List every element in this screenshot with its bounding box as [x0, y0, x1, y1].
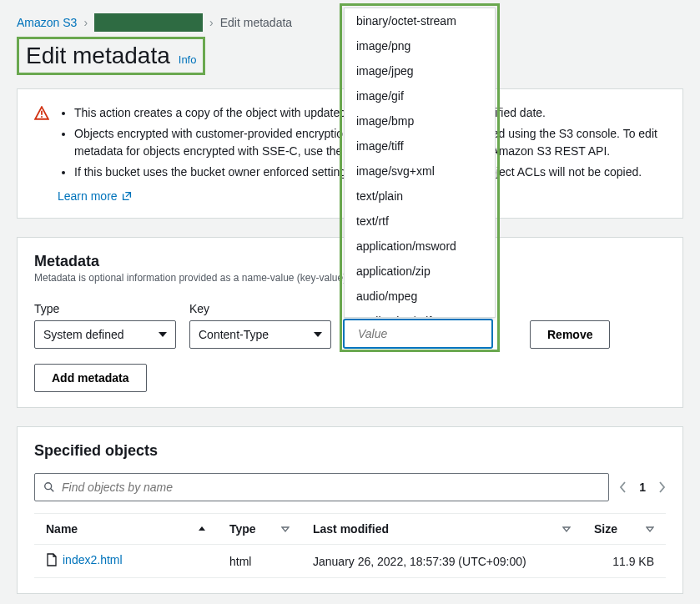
col-type[interactable]: Type — [218, 514, 301, 545]
breadcrumb-root[interactable]: Amazon S3 — [17, 16, 77, 29]
type-select[interactable]: System defined — [34, 320, 176, 349]
learn-more-link[interactable]: Learn more — [58, 189, 133, 203]
value-option[interactable]: text/plain — [345, 184, 495, 209]
value-option[interactable]: application/pdf — [345, 309, 495, 317]
external-link-icon — [121, 190, 133, 202]
warning-icon — [34, 106, 49, 184]
value-dropdown: binary/octet-streamimage/pngimage/jpegim… — [344, 8, 496, 318]
next-page-button[interactable] — [657, 481, 666, 493]
key-select[interactable]: Content-Type — [189, 320, 331, 349]
col-modified[interactable]: Last modified — [301, 514, 582, 545]
value-option[interactable]: image/png — [345, 33, 495, 58]
value-option[interactable]: application/zip — [345, 259, 495, 284]
svg-line-5 — [51, 489, 54, 492]
chevron-right-icon: › — [209, 16, 214, 29]
value-option[interactable]: audio/mpeg — [345, 284, 495, 309]
specified-objects-panel: Specified objects 1 Name — [17, 426, 683, 594]
caret-down-icon — [314, 332, 322, 337]
col-name[interactable]: Name — [34, 514, 218, 545]
breadcrumb-current: Edit metadata — [220, 16, 292, 29]
metadata-panel: Metadata Metadata is optional informatio… — [17, 237, 683, 408]
value-option[interactable]: image/bmp — [345, 108, 495, 133]
page-number: 1 — [639, 481, 646, 494]
table-row: index2.html html January 26, 2022, 18:57… — [34, 545, 666, 578]
sort-asc-icon — [198, 525, 206, 533]
svg-point-4 — [45, 483, 52, 490]
specified-objects-heading: Specified objects — [34, 442, 666, 460]
add-metadata-button[interactable]: Add metadata — [34, 364, 147, 392]
file-icon — [46, 553, 58, 566]
info-link[interactable]: Info — [179, 53, 197, 66]
chevron-right-icon: › — [83, 16, 88, 29]
sort-icon — [281, 525, 290, 533]
objects-table: Name Type Last modified Size — [34, 513, 666, 578]
svg-point-1 — [41, 116, 43, 118]
value-option[interactable]: image/jpeg — [345, 58, 495, 83]
pagination: 1 — [619, 481, 666, 494]
sort-icon — [562, 525, 571, 533]
value-option[interactable]: image/tiff — [345, 133, 495, 159]
cell-modified: January 26, 2022, 18:57:39 (UTC+09:00) — [301, 545, 582, 578]
breadcrumb-bucket-redacted[interactable] — [94, 13, 203, 32]
remove-button[interactable]: Remove — [530, 320, 610, 349]
prev-page-button[interactable] — [619, 481, 627, 493]
value-option[interactable]: application/msword — [345, 234, 495, 259]
value-option[interactable]: image/gif — [345, 83, 495, 108]
search-icon — [43, 481, 55, 493]
type-label: Type — [34, 302, 176, 315]
cell-type: html — [218, 545, 301, 578]
value-option[interactable]: image/svg+xml — [345, 159, 495, 184]
key-label: Key — [189, 302, 331, 315]
value-input[interactable] — [344, 320, 492, 348]
caret-down-icon — [159, 332, 167, 337]
value-option[interactable]: text/rtf — [345, 209, 495, 234]
sort-icon — [646, 525, 654, 533]
objects-search-input[interactable] — [34, 473, 609, 501]
object-link[interactable]: index2.html — [46, 553, 123, 566]
page-title: Edit metadata — [26, 43, 170, 69]
col-size[interactable]: Size — [582, 514, 666, 545]
cell-size: 11.9 KB — [582, 545, 666, 578]
value-option[interactable]: binary/octet-stream — [345, 8, 495, 33]
